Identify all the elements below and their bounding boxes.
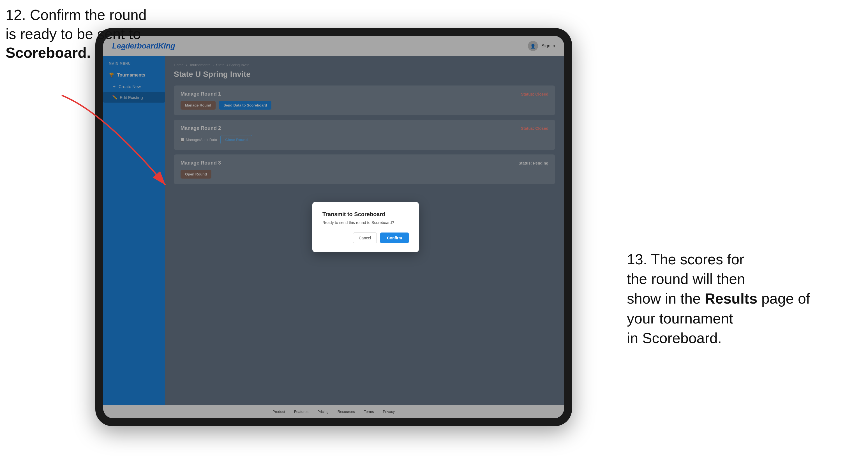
transmit-dialog: Transmit to Scoreboard Ready to send thi… [312, 202, 419, 252]
annotation-right-line4: page of [762, 290, 810, 307]
annotation-right-line6: in Scoreboard. [627, 330, 722, 346]
annotation-bold: Scoreboard. [6, 44, 91, 61]
dialog-message: Ready to send this round to Scoreboard? [322, 220, 409, 225]
annotation-right: 13. The scores for the round will then s… [627, 249, 857, 348]
dialog-actions: Cancel Confirm [322, 233, 409, 243]
annotation-right-line3: show in the [627, 290, 701, 307]
annotation-right-line5: your tournament [627, 310, 733, 326]
annotation-right-line1: 13. The scores for [627, 251, 744, 268]
tablet-screen: LeaderboardKing 👤 Sign in MAIN MENU 🏆 To… [103, 36, 564, 418]
tablet-device: LeaderboardKing 👤 Sign in MAIN MENU 🏆 To… [95, 28, 572, 426]
annotation-right-bold: Results [705, 290, 757, 307]
dialog-title: Transmit to Scoreboard [322, 211, 409, 218]
annotation-line1: 12. Confirm the round [6, 7, 147, 23]
cancel-button[interactable]: Cancel [353, 233, 377, 243]
confirm-button[interactable]: Confirm [380, 233, 409, 243]
annotation-right-line2: the round will then [627, 271, 745, 287]
